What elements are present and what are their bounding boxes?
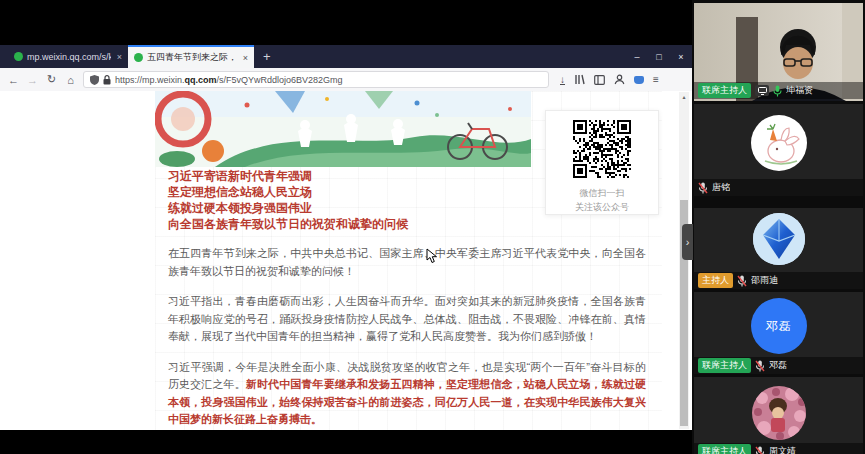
mic-muted-icon [698, 182, 708, 194]
tab-close-icon[interactable]: × [115, 52, 124, 62]
participant-name: 周文靖 [769, 445, 796, 454]
webpage-content: 微信扫一扫 关注该公众号 习近平寄语新时代青年强调 坚定理想信念站稳人民立场 练… [0, 91, 692, 430]
mic-muted-icon [755, 446, 765, 454]
article-paragraph: 习近平指出，青春由磨砺而出彩，人生因奋斗而升华。面对突如其来的新冠肺炎疫情，全国… [168, 293, 646, 346]
cohost-badge: 联席主持人 [698, 83, 751, 98]
sidebar-toggle-icon[interactable] [594, 75, 605, 85]
account-icon[interactable] [614, 74, 625, 85]
extension-icon[interactable] [634, 76, 644, 84]
participant-name-bar: 唐铭 [694, 179, 863, 196]
maximize-button[interactable]: □ [648, 45, 670, 68]
url-text: https://mp.weixin.qq.com/s/F5vQYwRddlojo… [115, 75, 343, 85]
menu-icon[interactable]: ≡ [653, 74, 659, 85]
tab-close-icon[interactable]: × [241, 53, 250, 63]
participant-name: 邵雨迪 [751, 274, 778, 287]
article-title-line: 练就过硬本领投身强国伟业 [168, 200, 646, 216]
participant-tile-video[interactable]: 联席主持人 坤福资 [694, 3, 863, 101]
participant-name: 唐铭 [712, 181, 730, 194]
participant-name-bar: 联席主持人 周文靖 [694, 443, 863, 454]
article-banner-illustration [155, 91, 531, 167]
tab-title: 五四青年节到来之际，习近平 [147, 51, 237, 64]
mic-on-icon [773, 85, 782, 97]
toolbar-icons: ↓ ≡ [560, 74, 659, 85]
scroll-up-arrow-icon[interactable]: ▴ [679, 93, 689, 100]
participant-name-bar: 主持人 邵雨迪 [694, 272, 863, 289]
browser-tab-bar: mp.weixin.qq.com/s/kk5Uu9 × 五四青年节到来之际，习近… [0, 45, 692, 68]
article-title-line: 坚定理想信念站稳人民立场 [168, 184, 646, 200]
window-controls: – □ × [626, 45, 692, 68]
avatar [752, 386, 806, 440]
close-button[interactable]: × [670, 45, 692, 68]
participant-name-bar: 联席主持人 坤福资 [694, 82, 863, 99]
address-bar[interactable]: https://mp.weixin.qq.com/s/F5vQYwRddlojo… [83, 71, 549, 88]
participant-name-bar: 联席主持人 邓磊 [694, 357, 863, 374]
avatar [751, 115, 807, 171]
wechat-favicon-icon [134, 53, 143, 62]
mic-muted-icon [755, 360, 765, 372]
tab-title: mp.weixin.qq.com/s/kk5Uu9 [27, 52, 111, 62]
article-body: 习近平寄语新时代青年强调 坚定理想信念站稳人民立场 练就过硬本领投身强国伟业 向… [168, 168, 646, 430]
lock-icon [103, 71, 111, 89]
meeting-window: mp.weixin.qq.com/s/kk5Uu9 × 五四青年节到来之际，习近… [0, 0, 865, 454]
wechat-favicon-icon [14, 52, 23, 61]
participant-tile[interactable]: 唐铭 [694, 104, 863, 196]
tracking-shield-icon[interactable] [90, 71, 99, 89]
host-badge: 主持人 [698, 273, 733, 288]
screen-sharing-icon [755, 85, 769, 96]
participant-tile[interactable]: 邓磊 联席主持人 邓磊 [694, 292, 863, 374]
avatar [753, 213, 805, 265]
participant-name: 邓磊 [769, 359, 787, 372]
minimize-button[interactable]: – [626, 45, 648, 68]
participants-panel: 联席主持人 坤福资 [692, 0, 865, 454]
cohost-badge: 联席主持人 [698, 358, 751, 373]
library-icon[interactable] [574, 74, 585, 85]
reload-button[interactable]: ↻ [42, 73, 61, 86]
browser-nav-bar: ← → ↻ ⌂ https://mp.weixin.qq.com/s/F5vQY… [0, 68, 692, 92]
participant-tile[interactable]: 联席主持人 周文靖 [694, 377, 863, 454]
participant-name: 坤福资 [786, 84, 813, 97]
browser-tab-2-active[interactable]: 五四青年节到来之际，习近平 × [128, 45, 254, 68]
home-button[interactable]: ⌂ [61, 74, 80, 86]
participant-tile[interactable]: 主持人 邵雨迪 [694, 208, 863, 289]
browser-tab-1[interactable]: mp.weixin.qq.com/s/kk5Uu9 × [8, 45, 128, 68]
article-title-line: 习近平寄语新时代青年强调 [168, 168, 646, 184]
sidebar-collapse-handle[interactable]: › [682, 224, 693, 260]
mic-muted-icon [737, 275, 747, 287]
article-title-line: 向全国各族青年致以节日的祝贺和诚挚的问候 [168, 216, 646, 232]
forward-button[interactable]: → [23, 74, 42, 86]
avatar-initials: 邓磊 [766, 318, 792, 335]
article-paragraph: 习近平强调，今年是决胜全面小康、决战脱贫攻坚的收官之年，也是实现“两个一百年”奋… [168, 359, 646, 429]
avatar: 邓磊 [751, 298, 807, 354]
downloads-icon[interactable]: ↓ [560, 75, 565, 85]
mouse-cursor [426, 248, 438, 264]
page-scrollbar[interactable]: ▴ [679, 92, 689, 429]
screen-share-area: mp.weixin.qq.com/s/kk5Uu9 × 五四青年节到来之际，习近… [0, 0, 692, 454]
article-paragraph: 在五四青年节到来之际，中共中央总书记、国家主席、中央军委主席习近平代表党中央，向… [168, 245, 646, 280]
chevron-right-icon: › [686, 236, 690, 248]
new-tab-button[interactable]: + [254, 45, 280, 68]
back-button[interactable]: ← [4, 74, 23, 86]
cohost-badge: 联席主持人 [698, 444, 751, 454]
